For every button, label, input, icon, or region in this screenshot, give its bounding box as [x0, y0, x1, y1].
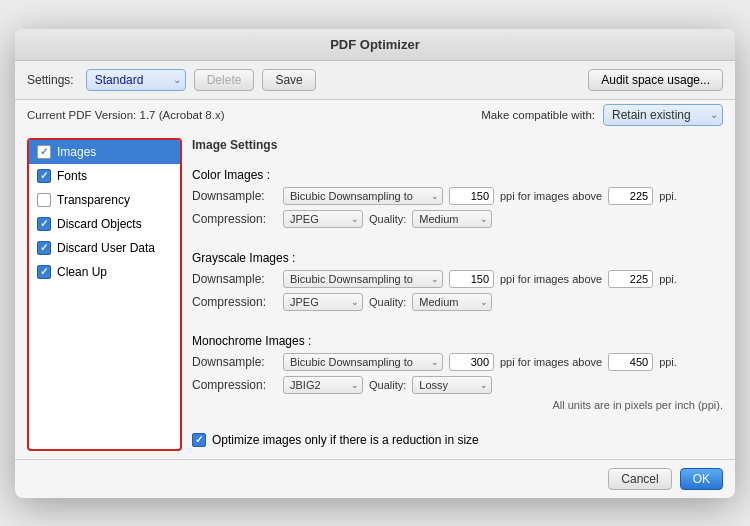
color-downsample-select-wrap: Bicubic Downsampling to — [283, 187, 443, 205]
monochrome-compression-select[interactable]: JBIG2 — [283, 376, 363, 394]
color-ppi-above-label: ppi for images above — [500, 190, 602, 202]
settings-label: Settings: — [27, 73, 74, 87]
discard-objects-checkbox[interactable] — [37, 217, 51, 231]
color-compression-row: Compression: JPEG Quality: Medium — [192, 210, 723, 228]
color-quality-label: Quality: — [369, 213, 406, 225]
section-title: Image Settings — [192, 138, 723, 152]
optimize-label: Optimize images only if there is a reduc… — [212, 433, 479, 447]
grayscale-ppi-above-label: ppi for images above — [500, 273, 602, 285]
monochrome-downsample-row: Downsample: Bicubic Downsampling to ppi … — [192, 353, 723, 371]
monochrome-ppi-unit: ppi. — [659, 356, 677, 368]
sidebar-label-images: Images — [57, 145, 96, 159]
grayscale-compression-label: Compression: — [192, 295, 277, 309]
optimize-row: Optimize images only if there is a reduc… — [192, 429, 723, 451]
sidebar-label-discard-user-data: Discard User Data — [57, 241, 155, 255]
discard-user-data-checkbox[interactable] — [37, 241, 51, 255]
monochrome-images-section: Monochrome Images : Downsample: Bicubic … — [192, 334, 723, 411]
main-content: Images Fonts Transparency Discard Object… — [15, 130, 735, 459]
color-ppi-above-input[interactable] — [608, 187, 653, 205]
color-downsample-row: Downsample: Bicubic Downsampling to ppi … — [192, 187, 723, 205]
grayscale-compression-select[interactable]: JPEG — [283, 293, 363, 311]
grayscale-quality-select[interactable]: Medium — [412, 293, 492, 311]
monochrome-compression-label: Compression: — [192, 378, 277, 392]
grayscale-downsample-label: Downsample: — [192, 272, 277, 286]
delete-button[interactable]: Delete — [194, 69, 255, 91]
monochrome-quality-select[interactable]: Lossy — [412, 376, 492, 394]
grayscale-downsample-select[interactable]: Bicubic Downsampling to — [283, 270, 443, 288]
grayscale-ppi-input[interactable] — [449, 270, 494, 288]
sidebar: Images Fonts Transparency Discard Object… — [27, 138, 182, 451]
sidebar-item-discard-user-data[interactable]: Discard User Data — [29, 236, 180, 260]
grayscale-images-section: Grayscale Images : Downsample: Bicubic D… — [192, 251, 723, 316]
color-compression-select[interactable]: JPEG — [283, 210, 363, 228]
color-quality-select[interactable]: Medium — [412, 210, 492, 228]
sidebar-item-clean-up[interactable]: Clean Up — [29, 260, 180, 284]
dialog-title: PDF Optimizer — [330, 37, 420, 52]
sidebar-item-fonts[interactable]: Fonts — [29, 164, 180, 188]
clean-up-checkbox[interactable] — [37, 265, 51, 279]
grayscale-quality-select-wrap: Medium — [412, 293, 492, 311]
color-compression-label: Compression: — [192, 212, 277, 226]
color-compression-select-wrap: JPEG — [283, 210, 363, 228]
grayscale-downsample-row: Downsample: Bicubic Downsampling to ppi … — [192, 270, 723, 288]
audit-button[interactable]: Audit space usage... — [588, 69, 723, 91]
make-compat-select[interactable]: Retain existing — [603, 104, 723, 126]
toolbar: Settings: Standard Delete Save Audit spa… — [15, 61, 735, 100]
version-info: Current PDF Version: 1.7 (Acrobat 8.x) — [27, 109, 225, 121]
units-note: All units are in pixels per inch (ppi). — [192, 399, 723, 411]
monochrome-images-label: Monochrome Images : — [192, 334, 723, 348]
monochrome-quality-select-wrap: Lossy — [412, 376, 492, 394]
info-bar: Current PDF Version: 1.7 (Acrobat 8.x) M… — [15, 100, 735, 130]
monochrome-downsample-select[interactable]: Bicubic Downsampling to — [283, 353, 443, 371]
settings-select-wrapper: Standard — [86, 69, 186, 91]
pdf-optimizer-dialog: PDF Optimizer Settings: Standard Delete … — [15, 29, 735, 498]
monochrome-ppi-above-input[interactable] — [608, 353, 653, 371]
sidebar-label-fonts: Fonts — [57, 169, 87, 183]
color-images-section: Color Images : Downsample: Bicubic Downs… — [192, 168, 723, 233]
make-compat-select-wrapper: Retain existing — [603, 104, 723, 126]
sidebar-label-discard-objects: Discard Objects — [57, 217, 142, 231]
monochrome-ppi-input[interactable] — [449, 353, 494, 371]
monochrome-downsample-select-wrap: Bicubic Downsampling to — [283, 353, 443, 371]
color-ppi-input[interactable] — [449, 187, 494, 205]
sidebar-item-images[interactable]: Images — [29, 140, 180, 164]
color-quality-select-wrap: Medium — [412, 210, 492, 228]
color-downsample-label: Downsample: — [192, 189, 277, 203]
images-checkbox[interactable] — [37, 145, 51, 159]
sidebar-label-transparency: Transparency — [57, 193, 130, 207]
monochrome-downsample-label: Downsample: — [192, 355, 277, 369]
make-compat-label: Make compatible with: — [481, 109, 595, 121]
ok-button[interactable]: OK — [680, 468, 723, 490]
save-button[interactable]: Save — [262, 69, 315, 91]
grayscale-compression-select-wrap: JPEG — [283, 293, 363, 311]
monochrome-compression-row: Compression: JBIG2 Quality: Lossy — [192, 376, 723, 394]
grayscale-quality-label: Quality: — [369, 296, 406, 308]
monochrome-quality-label: Quality: — [369, 379, 406, 391]
fonts-checkbox[interactable] — [37, 169, 51, 183]
transparency-checkbox[interactable] — [37, 193, 51, 207]
grayscale-downsample-select-wrap: Bicubic Downsampling to — [283, 270, 443, 288]
settings-select[interactable]: Standard — [86, 69, 186, 91]
footer: Cancel OK — [15, 459, 735, 498]
sidebar-label-clean-up: Clean Up — [57, 265, 107, 279]
monochrome-compression-select-wrap: JBIG2 — [283, 376, 363, 394]
title-bar: PDF Optimizer — [15, 29, 735, 61]
grayscale-ppi-above-input[interactable] — [608, 270, 653, 288]
grayscale-ppi-unit: ppi. — [659, 273, 677, 285]
grayscale-images-label: Grayscale Images : — [192, 251, 723, 265]
settings-panel: Image Settings Color Images : Downsample… — [192, 138, 723, 451]
color-downsample-select[interactable]: Bicubic Downsampling to — [283, 187, 443, 205]
color-ppi-unit: ppi. — [659, 190, 677, 202]
cancel-button[interactable]: Cancel — [608, 468, 671, 490]
sidebar-item-discard-objects[interactable]: Discard Objects — [29, 212, 180, 236]
make-compat-section: Make compatible with: Retain existing — [481, 104, 723, 126]
sidebar-item-transparency[interactable]: Transparency — [29, 188, 180, 212]
color-images-label: Color Images : — [192, 168, 723, 182]
grayscale-compression-row: Compression: JPEG Quality: Medium — [192, 293, 723, 311]
monochrome-ppi-above-label: ppi for images above — [500, 356, 602, 368]
optimize-checkbox[interactable] — [192, 433, 206, 447]
